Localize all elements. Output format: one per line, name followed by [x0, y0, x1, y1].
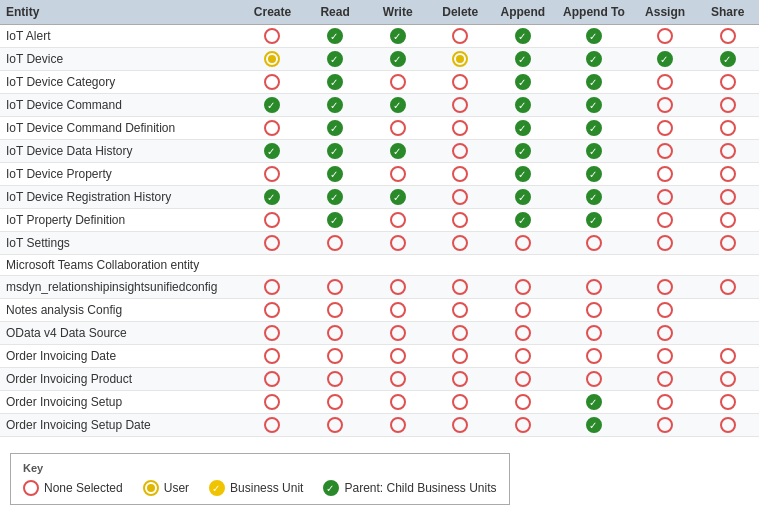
none-selected-icon [586, 279, 602, 295]
none-selected-icon [657, 166, 673, 182]
parent-child-icon [390, 97, 406, 113]
cell-assign [634, 25, 697, 48]
cell-appendTo [554, 345, 634, 368]
cell-entity: Notes analysis Config [0, 299, 241, 322]
none-selected-icon [657, 74, 673, 90]
header-read: Read [304, 0, 367, 25]
cell-write [366, 140, 429, 163]
parent-child-icon [720, 51, 736, 67]
table-row: IoT Property Definition [0, 209, 759, 232]
cell-entity: IoT Device Data History [0, 140, 241, 163]
cell-appendTo [554, 276, 634, 299]
none-selected-icon [720, 279, 736, 295]
none-selected-icon [452, 371, 468, 387]
cell-read [304, 299, 367, 322]
none-selected-icon [657, 394, 673, 410]
none-selected-icon [327, 348, 343, 364]
table-row: Order Invoicing Setup [0, 391, 759, 414]
key-item-label: None Selected [44, 481, 123, 495]
cell-append [492, 25, 555, 48]
parent-child-icon [515, 51, 531, 67]
parent-child-icon [390, 51, 406, 67]
header-append: Append [492, 0, 555, 25]
none-selected-icon [586, 348, 602, 364]
cell-appendTo [554, 140, 634, 163]
cell-share [696, 117, 759, 140]
cell-append [492, 232, 555, 255]
table-row: IoT Alert [0, 25, 759, 48]
cell-entity: Order Invoicing Setup Date [0, 414, 241, 437]
parent-child-icon [327, 97, 343, 113]
none-selected-icon [327, 325, 343, 341]
parent-child-icon [515, 189, 531, 205]
none-selected-icon [452, 417, 468, 433]
parent-child-icon [586, 189, 602, 205]
cell-share [696, 48, 759, 71]
none-selected-icon [657, 279, 673, 295]
cell-write [366, 322, 429, 345]
none-selected-icon [264, 74, 280, 90]
none-selected-icon [327, 417, 343, 433]
cell-appendTo [554, 209, 634, 232]
none-selected-icon [264, 371, 280, 387]
none-selected-icon [657, 143, 673, 159]
none-selected-icon [390, 325, 406, 341]
cell-appendTo [554, 71, 634, 94]
none-selected-icon [452, 28, 468, 44]
none-selected-icon [720, 74, 736, 90]
cell-create [241, 391, 304, 414]
none-selected-icon [390, 120, 406, 136]
parent-child-icon [586, 143, 602, 159]
none-selected-icon [657, 325, 673, 341]
parent-child-icon [515, 74, 531, 90]
cell-share [696, 276, 759, 299]
parent-child-icon [390, 143, 406, 159]
cell-share [696, 345, 759, 368]
cell-delete [429, 186, 492, 209]
parent-child-icon [327, 143, 343, 159]
none-selected-icon [452, 394, 468, 410]
cell-append [492, 345, 555, 368]
cell-entity: Microsoft Teams Collaboration entity [0, 255, 241, 276]
cell-append [492, 299, 555, 322]
key-items: None SelectedUserBusiness UnitParent: Ch… [23, 480, 497, 496]
cell-read [304, 48, 367, 71]
parent-child-icon [586, 74, 602, 90]
user-icon [143, 480, 159, 496]
cell-append [492, 414, 555, 437]
table-row: Order Invoicing Product [0, 368, 759, 391]
table-row: IoT Device Data History [0, 140, 759, 163]
none-selected-icon [720, 212, 736, 228]
cell-share [696, 209, 759, 232]
parent-child-icon [657, 51, 673, 67]
cell-write [366, 25, 429, 48]
cell-write [366, 414, 429, 437]
none-selected-icon [452, 120, 468, 136]
parent-child-icon [515, 97, 531, 113]
cell-create [241, 117, 304, 140]
cell-appendTo [554, 232, 634, 255]
none-selected-icon [515, 348, 531, 364]
table-row: OData v4 Data Source [0, 322, 759, 345]
table-row: IoT Device Command Definition [0, 117, 759, 140]
cell-create [241, 414, 304, 437]
cell-appendTo [554, 25, 634, 48]
cell-read [304, 140, 367, 163]
parent-child-icon [323, 480, 339, 496]
none-selected-icon [390, 212, 406, 228]
cell-create [241, 25, 304, 48]
cell-entity: IoT Alert [0, 25, 241, 48]
none-selected-icon [23, 480, 39, 496]
none-selected-icon [452, 97, 468, 113]
cell-delete [429, 117, 492, 140]
none-selected-icon [657, 235, 673, 251]
cell-read [304, 368, 367, 391]
cell-entity: IoT Property Definition [0, 209, 241, 232]
cell-read [304, 414, 367, 437]
cell-share [696, 140, 759, 163]
table-row: IoT Device [0, 48, 759, 71]
parent-child-icon [390, 189, 406, 205]
header-assign: Assign [634, 0, 697, 25]
cell-entity: Order Invoicing Product [0, 368, 241, 391]
parent-child-icon [264, 143, 280, 159]
